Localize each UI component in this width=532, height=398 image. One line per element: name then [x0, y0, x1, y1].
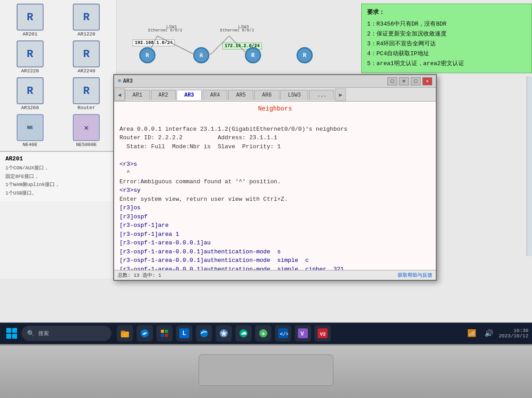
- taskbar-app-edge[interactable]: [137, 325, 153, 341]
- search-label: 搜索: [38, 330, 49, 337]
- red-icon: V2: [318, 328, 328, 338]
- terminal-title: ≡ AR3: [118, 78, 133, 84]
- taskbar-app-edge2[interactable]: [196, 325, 212, 341]
- device-NE40E[interactable]: NE NE40E: [4, 114, 57, 147]
- device-label-Router: Router: [77, 105, 95, 111]
- device-label-AR3260: AR3260: [21, 105, 39, 111]
- device-label-NE40E: NE40E: [22, 142, 37, 147]
- close-button[interactable]: ✕: [422, 77, 432, 85]
- terminal-line-17: [r3-ospf-1-area-0.0.0.1]authentication-m…: [120, 265, 430, 270]
- cloud-icon: [239, 328, 248, 338]
- device-icon-AR2240: R: [73, 40, 100, 67]
- taskbar-app-code[interactable]: </>: [275, 325, 291, 341]
- search-icon: 🔍: [27, 330, 35, 337]
- code-icon: </>: [278, 328, 288, 338]
- taskbar-app-l[interactable]: L: [176, 325, 192, 341]
- device-label-NE5000E: NE5000E: [76, 142, 97, 147]
- maximize-button[interactable]: □: [411, 77, 421, 85]
- terminal-controls: □ ⊟ □ ✕: [387, 77, 432, 85]
- terminal-body[interactable]: Neighbors Area 0.0.0.1 interface 23.1.1.…: [114, 102, 436, 270]
- eth-label-2: Ethernet 0/0/2: [220, 28, 254, 33]
- tab-LSW3[interactable]: LSW3: [280, 90, 309, 100]
- terminal-line-7: Error:Ambiguous command found at '^' pos…: [120, 177, 430, 186]
- device-icon-AR1220: R: [73, 4, 100, 31]
- time: 10:30: [499, 328, 528, 333]
- device-AR3260[interactable]: R AR3260: [4, 77, 57, 111]
- device-icon-AR201: R: [17, 4, 44, 31]
- note-line-5: 5：area1明文认证，area2密文认证: [367, 59, 526, 69]
- taskbar-app-star[interactable]: [216, 325, 232, 341]
- volume-icon[interactable]: 🔊: [482, 326, 496, 341]
- terminal-line-11: [r3]ospf: [120, 212, 430, 221]
- taskbar-app-green[interactable]: ◈: [255, 325, 271, 341]
- star-icon: [219, 328, 229, 338]
- selected-device-name: AR201: [5, 155, 111, 162]
- screen: 要求： 1：R3456中只有DR，没有BDR 2：保证更新安全加况收敛速度 3：…: [0, 0, 532, 323]
- taskbar-app-grid[interactable]: [156, 325, 173, 341]
- note-line-2: 2：保证更新安全加况收敛速度: [367, 29, 526, 39]
- device-AR2240[interactable]: R AR2240: [60, 40, 113, 74]
- trackpad[interactable]: [199, 354, 333, 386]
- svg-text:</>: </>: [280, 332, 288, 337]
- laptop-body: [0, 344, 532, 398]
- tab-AR4[interactable]: AR4: [203, 90, 228, 100]
- right-panel-strip: [527, 76, 532, 256]
- tab-AR2[interactable]: AR2: [151, 90, 176, 100]
- minimize-button[interactable]: □: [387, 77, 397, 85]
- terminal-heading: Neighbors: [120, 105, 430, 112]
- taskbar-app-purple[interactable]: V: [295, 325, 311, 341]
- device-label-AR2240: AR2240: [77, 68, 95, 74]
- taskbar-search[interactable]: 🔍 搜索: [22, 326, 111, 341]
- green-icon: ◈: [258, 328, 268, 338]
- device-NE5000E[interactable]: ✕ NE5000E: [60, 114, 113, 147]
- device-AR201[interactable]: R AR201: [4, 4, 57, 37]
- note-line-1: 1：R3456中只有DR，没有BDR: [367, 19, 526, 29]
- status-help[interactable]: 获取帮助与反馈: [398, 272, 432, 279]
- tab-next-button[interactable]: ▶: [335, 88, 346, 101]
- device-icon-NE40E: NE: [17, 114, 44, 141]
- device-icon-AR2220: R: [17, 40, 44, 67]
- system-tray: 📶 🔊 10:30 2023/10/12: [465, 326, 528, 341]
- note-line-4: 4：PC4自动获取IP地址: [367, 49, 526, 59]
- device-description: 1个CON/AUX接口，固定8FE接口，1个WAN侧uplink接口，1个USB…: [5, 164, 111, 198]
- tab-AR6[interactable]: AR6: [254, 90, 279, 100]
- tab-AR5[interactable]: AR5: [228, 90, 253, 100]
- terminal-line-9: Enter system view, return user view with…: [120, 195, 430, 204]
- topo-router-r5[interactable]: R: [245, 47, 261, 63]
- ip-label-1: 192.168.1.0/24: [133, 40, 175, 46]
- device-sidebar: R AR201 R AR1220 R AR2220 R AR2240 R AR3…: [0, 0, 117, 279]
- taskbar-app-files[interactable]: [117, 325, 133, 341]
- windows-icon: [6, 328, 17, 339]
- svg-rect-9: [165, 330, 168, 333]
- terminal-line-8: <r3>sy: [120, 186, 430, 195]
- terminal-line-0: [120, 116, 430, 125]
- terminal-line-13: [r3-ospf-1]area 1: [120, 230, 430, 239]
- terminal-line-14: [r3-ospf-1-area-0.0.0.1]au: [120, 239, 430, 248]
- device-label-AR2220: AR2220: [21, 68, 39, 74]
- terminal-line-1: Area 0.0.0.1 interface 23.1.1.2(GigabitE…: [120, 125, 430, 134]
- restore-button[interactable]: ⊟: [399, 77, 409, 85]
- svg-rect-11: [165, 334, 168, 337]
- svg-rect-8: [161, 330, 164, 333]
- edge-icon: [140, 328, 150, 338]
- grid-icon: [160, 328, 169, 338]
- network-icon[interactable]: 📶: [465, 326, 479, 341]
- tab-more[interactable]: ...: [309, 90, 334, 100]
- device-AR1220[interactable]: R AR1220: [60, 4, 113, 37]
- device-Router[interactable]: R Router: [60, 77, 113, 111]
- tab-prev-button[interactable]: ◀: [114, 88, 125, 101]
- device-AR2220[interactable]: R AR2220: [4, 40, 57, 74]
- topo-router-r3[interactable]: R: [139, 47, 155, 63]
- terminal-line-15: [r3-ospf-1-area-0.0.0.1]authentication-m…: [120, 248, 430, 256]
- taskbar-app-red[interactable]: V2: [315, 325, 331, 341]
- taskbar-app-cloud[interactable]: [235, 325, 252, 341]
- date: 2023/10/12: [499, 333, 528, 339]
- tab-AR1[interactable]: AR1: [125, 90, 150, 100]
- terminal-titlebar: ≡ AR3 □ ⊟ □ ✕: [114, 75, 436, 88]
- terminal-line-6: ^: [120, 168, 430, 177]
- svg-text:V2: V2: [320, 332, 326, 337]
- topo-router-r6[interactable]: R: [297, 47, 313, 63]
- start-button[interactable]: [4, 325, 20, 341]
- topo-router-r4[interactable]: R: [193, 47, 209, 63]
- tab-AR3[interactable]: AR3: [177, 90, 202, 100]
